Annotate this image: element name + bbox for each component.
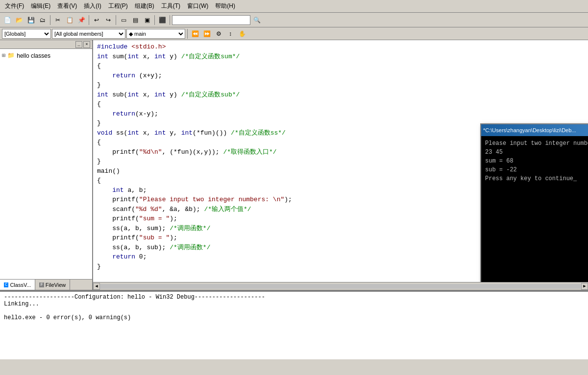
tree-item-label: hello classes	[17, 52, 50, 59]
menu-tools[interactable]: 工具(T)	[158, 1, 183, 11]
terminal-line-2: 23 45	[485, 148, 588, 157]
fileview-label: FileView	[46, 282, 66, 288]
terminal-content-area: Please input two integer numbers: 23 45 …	[481, 136, 588, 282]
open-btn[interactable]: 📂	[14, 15, 24, 25]
output-line-2: Linking...	[4, 301, 584, 307]
tree-root-item[interactable]: ⊞ 📁 hello classes	[2, 51, 90, 60]
tab-classview[interactable]: C ClassV...	[0, 280, 35, 290]
menu-window[interactable]: 窗口(W)	[184, 1, 211, 11]
terminal-title: *C:\Users\zhangyan\Desktop\lizi\Deb...	[483, 126, 576, 135]
main-combo[interactable]: ◆ main	[126, 29, 185, 39]
panel-title-buttons: _ ×	[75, 41, 90, 48]
main-container: _ × ⊞ 📁 hello classes C ClassV... F File…	[0, 40, 588, 290]
globals-combo[interactable]: [Globals]	[2, 29, 51, 39]
sep2	[89, 15, 89, 25]
nav-btn2[interactable]: ⏩	[201, 28, 212, 39]
redo-btn[interactable]: ↪	[103, 15, 114, 25]
save-btn[interactable]: 💾	[25, 15, 36, 25]
tree-expand-icon: ⊞	[2, 52, 5, 59]
menu-view[interactable]: 查看(V)	[54, 1, 80, 11]
terminal-body: Please input two integer numbers: 23 45 …	[481, 136, 588, 282]
btn5[interactable]: ▭	[118, 15, 129, 25]
toolbar-1: 📄 📂 💾 🗂 ✂ 📋 📌 ↩ ↪ ▭ ▤ ▣ ⬛ 🔍	[0, 13, 588, 27]
search-btn[interactable]: 🔍	[251, 15, 262, 25]
code-line-5: }	[97, 80, 584, 90]
fileview-icon: F	[39, 282, 44, 287]
output-line-4: hello.exe - 0 error(s), 0 warning(s)	[4, 314, 584, 321]
menu-project[interactable]: 工程(P)	[105, 1, 131, 11]
menu-edit[interactable]: 编辑(E)	[28, 1, 53, 11]
save-all-btn[interactable]: 🗂	[37, 15, 48, 25]
left-panel-title: _ ×	[0, 40, 92, 49]
code-line-7: {	[97, 99, 584, 109]
menu-file[interactable]: 文件(F)	[2, 1, 27, 11]
classview-icon: C	[4, 282, 8, 287]
left-panel: _ × ⊞ 📁 hello classes C ClassV... F File…	[0, 40, 93, 290]
terminal-window: *C:\Users\zhangyan\Desktop\lizi\Deb... _…	[480, 123, 588, 282]
copy-btn[interactable]: 📋	[64, 15, 75, 25]
menu-bar: 文件(F) 编辑(E) 查看(V) 插入(I) 工程(P) 组建(B) 工具(T…	[0, 0, 588, 13]
tree-area: ⊞ 📁 hello classes	[0, 49, 92, 279]
paste-btn[interactable]: 📌	[76, 15, 87, 25]
left-tabs: C ClassV... F FileView	[0, 279, 92, 290]
terminal-titlebar: *C:\Users\zhangyan\Desktop\lizi\Deb... _…	[481, 124, 588, 136]
code-scroll-track	[100, 284, 581, 289]
terminal-line-4: sub = -22	[485, 165, 588, 174]
toolbar-2: [Globals] [All global members] ◆ main ⏪ …	[0, 27, 588, 40]
sep5	[170, 15, 170, 25]
members-combo[interactable]: [All global members]	[52, 29, 125, 39]
code-scroll-right[interactable]: ▶	[581, 283, 588, 290]
btn6[interactable]: ▤	[130, 15, 141, 25]
search-input[interactable]	[172, 15, 250, 25]
code-scroll-left[interactable]: ◀	[93, 283, 100, 290]
nav-btn1[interactable]: ⏪	[190, 28, 200, 39]
new-btn[interactable]: 📄	[2, 15, 13, 25]
code-editor[interactable]: #include <stdio.h> int sum(int x, int y)…	[93, 40, 588, 282]
nav-btn3[interactable]: ⚙	[213, 28, 224, 39]
sep1	[50, 15, 50, 25]
editor-container: #include <stdio.h> int sum(int x, int y)…	[93, 40, 588, 290]
sep3	[116, 15, 116, 25]
classview-label: ClassV...	[10, 282, 31, 288]
tab-fileview[interactable]: F FileView	[35, 280, 70, 290]
tree-folder-icon: 📁	[7, 52, 15, 59]
code-line-3: {	[97, 61, 584, 71]
btn8[interactable]: ⬛	[157, 15, 168, 25]
menu-insert[interactable]: 插入(I)	[81, 1, 104, 11]
cut-btn[interactable]: ✂	[52, 15, 63, 25]
terminal-line-3: sum = 68	[485, 157, 588, 165]
panel-minimize-btn[interactable]: _	[75, 41, 82, 48]
code-line-2: int sum(int x, int y) /*自定义函数sum*/	[97, 52, 584, 62]
output-line-3	[4, 307, 584, 314]
sep6	[187, 29, 188, 39]
menu-build[interactable]: 组建(B)	[132, 1, 157, 11]
output-panel: --------------------Configuration: hello…	[0, 291, 588, 359]
nav-btn4[interactable]: ↕	[225, 28, 236, 39]
menu-help[interactable]: 帮助(H)	[212, 1, 238, 11]
output-line-1: --------------------Configuration: hello…	[4, 294, 584, 301]
terminal-line-1: Please input two integer numbers:	[485, 139, 588, 148]
panel-close-btn[interactable]: ×	[83, 41, 90, 48]
code-hscrollbar[interactable]: ◀ ▶	[93, 282, 588, 290]
code-line-1: #include <stdio.h>	[97, 42, 584, 52]
terminal-line-5: Press any key to continue_	[485, 174, 588, 183]
code-line-8: return(x-y);	[97, 109, 584, 119]
code-line-6: int sub(int x, int y) /*自定义函数sub*/	[97, 90, 584, 100]
sep4	[154, 15, 155, 25]
btn7[interactable]: ▣	[142, 15, 152, 25]
undo-btn[interactable]: ↩	[91, 15, 102, 25]
nav-btn5[interactable]: ✋	[237, 28, 247, 39]
code-line-4: return (x+y);	[97, 71, 584, 81]
